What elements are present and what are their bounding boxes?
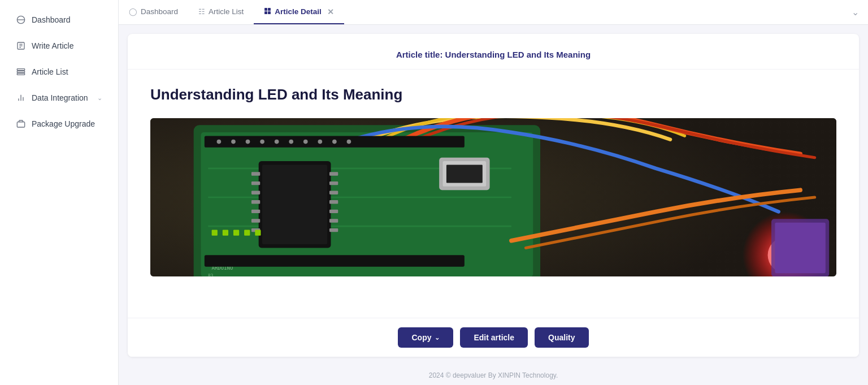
article-detail-tab-icon bbox=[264, 7, 271, 16]
svg-rect-6 bbox=[17, 69, 24, 71]
svg-rect-28 bbox=[251, 191, 260, 194]
footer: 2024 © deepvaluer By XINPIN Technology. bbox=[119, 366, 868, 385]
svg-point-61 bbox=[332, 140, 337, 144]
write-icon bbox=[16, 41, 26, 51]
article-image: UNO ARDUINO R3 bbox=[150, 118, 836, 276]
svg-rect-25 bbox=[262, 165, 327, 244]
svg-rect-66 bbox=[244, 230, 250, 235]
svg-point-58 bbox=[289, 140, 293, 144]
article-body[interactable]: Understanding LED and Its Meaning bbox=[128, 70, 859, 318]
svg-rect-65 bbox=[233, 230, 239, 235]
list-icon bbox=[16, 67, 26, 77]
svg-point-54 bbox=[231, 140, 236, 144]
svg-point-53 bbox=[217, 140, 222, 144]
svg-rect-36 bbox=[329, 200, 338, 204]
copy-chevron-icon: ⌄ bbox=[435, 334, 440, 341]
tab-bar: ◯ Dashboard ☷ Article List Article Detai… bbox=[119, 0, 868, 25]
svg-rect-29 bbox=[251, 200, 260, 204]
edit-article-button-label: Edit article bbox=[474, 333, 514, 342]
chevron-down-icon: ⌄ bbox=[97, 94, 102, 102]
svg-rect-39 bbox=[329, 228, 338, 232]
svg-rect-52 bbox=[205, 255, 465, 266]
edit-article-button[interactable]: Edit article bbox=[460, 327, 528, 348]
sidebar-item-write-article-label: Write Article bbox=[32, 41, 73, 50]
sidebar-item-package-upgrade-label: Package Upgrade bbox=[32, 119, 95, 128]
svg-rect-34 bbox=[329, 181, 338, 185]
svg-rect-7 bbox=[17, 71, 24, 73]
article-header: Article title: Understanding LED and Its… bbox=[128, 34, 859, 70]
copy-button-label: Copy bbox=[411, 333, 431, 342]
sidebar-item-data-integration-label: Data Integration bbox=[32, 93, 88, 102]
main-content: ◯ Dashboard ☷ Article List Article Detai… bbox=[119, 0, 868, 385]
svg-rect-15 bbox=[264, 11, 267, 14]
svg-rect-42 bbox=[446, 165, 483, 183]
copy-button[interactable]: Copy ⌄ bbox=[398, 327, 453, 348]
svg-rect-20 bbox=[201, 132, 533, 276]
svg-rect-64 bbox=[223, 230, 228, 235]
sidebar-item-article-list[interactable]: Article List bbox=[5, 60, 114, 84]
sidebar-item-package-upgrade[interactable]: Package Upgrade bbox=[5, 112, 114, 136]
svg-rect-63 bbox=[212, 230, 218, 235]
svg-rect-14 bbox=[268, 8, 271, 11]
svg-rect-67 bbox=[255, 230, 261, 235]
svg-rect-26 bbox=[251, 172, 260, 175]
article-list-tab-icon: ☷ bbox=[198, 7, 205, 16]
svg-rect-37 bbox=[329, 210, 338, 213]
upgrade-icon bbox=[16, 119, 26, 129]
svg-rect-33 bbox=[329, 172, 338, 175]
action-bar: Copy ⌄ Edit article Quality bbox=[128, 318, 859, 357]
dashboard-icon bbox=[16, 15, 26, 25]
content-area: Article title: Understanding LED and Its… bbox=[119, 25, 868, 366]
dashboard-tab-icon: ◯ bbox=[129, 7, 137, 16]
svg-text:R3: R3 bbox=[208, 272, 214, 276]
svg-rect-16 bbox=[268, 11, 271, 14]
tab-dashboard-label: Dashboard bbox=[141, 7, 178, 16]
sidebar-item-dashboard[interactable]: Dashboard bbox=[5, 8, 114, 32]
svg-rect-27 bbox=[251, 181, 260, 185]
tab-close-button[interactable]: ✕ bbox=[327, 7, 334, 16]
article-header-title: Article title: Understanding LED and Its… bbox=[396, 50, 591, 59]
svg-point-55 bbox=[246, 140, 250, 144]
article-card: Article title: Understanding LED and Its… bbox=[128, 34, 859, 357]
svg-rect-12 bbox=[17, 122, 24, 127]
sidebar-item-data-integration[interactable]: Data Integration ⌄ bbox=[5, 86, 114, 110]
article-title: Understanding LED and Its Meaning bbox=[150, 85, 836, 105]
tab-article-detail[interactable]: Article Detail ✕ bbox=[254, 0, 344, 24]
svg-rect-13 bbox=[264, 8, 267, 11]
sidebar: Dashboard Write Article Article List Dat… bbox=[0, 0, 119, 385]
svg-point-57 bbox=[275, 140, 279, 144]
svg-rect-8 bbox=[17, 73, 24, 75]
sidebar-item-dashboard-label: Dashboard bbox=[32, 15, 71, 24]
svg-rect-30 bbox=[251, 210, 260, 213]
svg-point-59 bbox=[303, 140, 308, 144]
quality-button-label: Quality bbox=[548, 333, 575, 342]
svg-point-56 bbox=[260, 140, 264, 144]
tab-article-detail-label: Article Detail bbox=[275, 7, 322, 16]
svg-point-62 bbox=[347, 140, 351, 144]
data-icon bbox=[16, 93, 26, 103]
svg-rect-50 bbox=[775, 223, 825, 273]
svg-point-60 bbox=[318, 140, 322, 144]
expand-icon[interactable]: ⌄ bbox=[843, 7, 868, 18]
svg-rect-38 bbox=[329, 219, 338, 222]
svg-rect-31 bbox=[251, 219, 260, 222]
footer-text: 2024 © deepvaluer By XINPIN Technology. bbox=[429, 371, 558, 379]
sidebar-item-article-list-label: Article List bbox=[32, 67, 68, 76]
tab-dashboard[interactable]: ◯ Dashboard bbox=[119, 0, 188, 24]
svg-rect-35 bbox=[329, 191, 338, 194]
tab-article-list-label: Article List bbox=[209, 7, 244, 16]
tab-article-list[interactable]: ☷ Article List bbox=[188, 0, 254, 24]
sidebar-item-write-article[interactable]: Write Article bbox=[5, 34, 114, 58]
quality-button[interactable]: Quality bbox=[535, 327, 588, 348]
